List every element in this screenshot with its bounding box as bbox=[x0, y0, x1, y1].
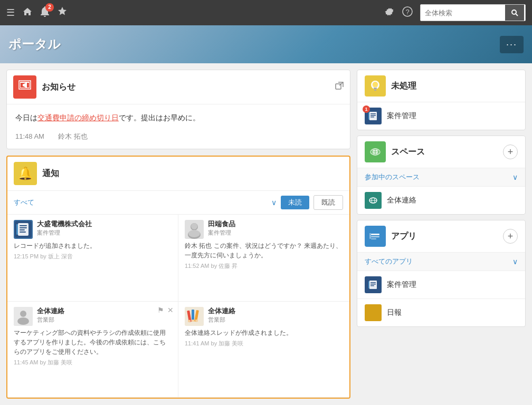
help-icon[interactable]: ? bbox=[402, 6, 413, 20]
unprocessed-title: 未処理 bbox=[391, 81, 518, 92]
notif-text-2: 鈴木 拓也 この案件、状況はどうですか？ 来週あたり、一度先方に伺いましょうか。 bbox=[185, 241, 343, 260]
svg-rect-63 bbox=[367, 307, 379, 319]
notif-text-4: 全体連絡スレッドが作成されました。 bbox=[185, 328, 343, 338]
notification-item-4[interactable]: 全体連絡 営業部 全体連絡スレッドが作成されました。 11:41 AM by 加… bbox=[178, 302, 349, 398]
notif-name-4: 全体連絡 bbox=[208, 307, 235, 316]
unprocessed-item-badge-1: 1 bbox=[363, 105, 370, 113]
notif-avatar-2 bbox=[185, 220, 204, 239]
apps-icon bbox=[365, 226, 386, 247]
spaces-item-1[interactable]: 全体連絡 bbox=[357, 187, 525, 214]
notif-sub-4: 営業部 bbox=[208, 316, 235, 324]
filter-arrow-icon[interactable]: ∨ bbox=[271, 198, 277, 207]
notif-name-1: 大盛電機株式会社 bbox=[37, 220, 92, 229]
apps-sub-header[interactable]: すべてのアプリ ∨ bbox=[357, 253, 525, 271]
spaces-arrow-icon: ∨ bbox=[512, 173, 518, 181]
apps-item-label-1: 案件管理 bbox=[387, 280, 416, 290]
spaces-sub-header[interactable]: 参加中のスペース ∨ bbox=[357, 168, 525, 187]
svg-rect-58 bbox=[369, 281, 377, 289]
notification-item-2[interactable]: 田端食品 案件管理 鈴木 拓也 この案件、状況はどうですか？ 来週あたり、一度先… bbox=[178, 215, 349, 301]
spaces-section: スペース + 参加中のスペース ∨ 全体連絡 bbox=[357, 136, 526, 215]
menu-icon[interactable]: ☰ bbox=[6, 7, 15, 18]
notif-close-icon[interactable]: ✕ bbox=[167, 306, 174, 314]
notification-header: 🔔 通知 bbox=[7, 157, 349, 191]
spaces-sub-title: 参加中のスペース bbox=[365, 172, 512, 182]
notification-item-3[interactable]: ⚑ ✕ 全体連絡 営業部 bbox=[7, 302, 178, 398]
announcement-meta: 11:48 AM 鈴木 拓也 bbox=[7, 128, 350, 149]
announcement-card: お知らせ 今日は交通費申請の締め切り日です。提出はお早めに。 11:48 AM … bbox=[6, 70, 350, 149]
unprocessed-section: 未処理 1 案件管理 bbox=[357, 70, 526, 130]
portal-header: ポータル ··· bbox=[0, 25, 532, 63]
svg-rect-61 bbox=[370, 285, 374, 286]
notification-card: 🔔 通知 すべて ∨ 未読 既読 bbox=[6, 156, 350, 399]
home-icon[interactable] bbox=[22, 7, 33, 19]
bell-badge: 2 bbox=[45, 3, 54, 12]
search-input[interactable] bbox=[421, 9, 505, 17]
spaces-item-icon-1 bbox=[365, 192, 382, 209]
apps-item-label-2: 日報 bbox=[387, 308, 402, 317]
top-navigation: ☰ 2 ? bbox=[0, 0, 532, 25]
notif-meta-4: 11:41 AM by 加藤 美咲 bbox=[185, 340, 343, 348]
spaces-add-button[interactable]: + bbox=[503, 144, 518, 159]
svg-point-19 bbox=[191, 223, 197, 229]
apps-section: アプリ + すべてのアプリ ∨ 案件管理 bbox=[357, 220, 526, 327]
notif-name-2: 田端食品 bbox=[208, 220, 235, 229]
bell-icon[interactable]: 2 bbox=[40, 6, 50, 20]
svg-rect-56 bbox=[369, 233, 371, 239]
notif-name-3: 全体連絡 bbox=[37, 307, 64, 316]
portal-title: ポータル bbox=[8, 36, 61, 53]
search-button[interactable] bbox=[505, 5, 524, 21]
svg-point-20 bbox=[188, 230, 200, 237]
search-box bbox=[420, 4, 526, 21]
svg-rect-36 bbox=[374, 88, 377, 89]
unprocessed-item-label-1: 案件管理 bbox=[387, 111, 416, 121]
main-content: お知らせ 今日は交通費申請の締め切り日です。提出はお早めに。 11:48 AM … bbox=[0, 63, 532, 405]
announcement-link-icon[interactable] bbox=[335, 82, 344, 92]
svg-rect-53 bbox=[371, 234, 379, 235]
apps-item-2[interactable]: 👍 日報 bbox=[357, 299, 525, 326]
notification-icon: 🔔 bbox=[14, 162, 37, 185]
apps-add-button[interactable]: + bbox=[503, 229, 518, 244]
svg-rect-14 bbox=[20, 232, 26, 233]
read-button[interactable]: 既読 bbox=[314, 195, 343, 210]
svg-rect-42 bbox=[370, 117, 374, 118]
svg-rect-59 bbox=[370, 282, 376, 283]
notification-title: 通知 bbox=[42, 168, 343, 179]
star-icon[interactable] bbox=[57, 6, 68, 19]
notification-filter: すべて ∨ 未読 既読 bbox=[7, 191, 349, 215]
svg-rect-41 bbox=[370, 115, 376, 116]
notif-text-3: マーケティング部への資料やチラシの作成依頼に使用するアプリを作りました。今後の作… bbox=[14, 328, 172, 356]
notif-avatar-1 bbox=[14, 220, 33, 239]
svg-rect-40 bbox=[370, 113, 376, 114]
unread-button[interactable]: 未読 bbox=[281, 196, 309, 209]
svg-rect-55 bbox=[371, 238, 376, 239]
spaces-icon bbox=[365, 141, 386, 162]
notif-meta-2: 11:52 AM by 佐藤 昇 bbox=[185, 262, 343, 270]
notif-sub-1: 案件管理 bbox=[37, 229, 92, 237]
notif-flag-icon[interactable]: ⚑ bbox=[157, 306, 164, 314]
announcement-title: お知らせ bbox=[42, 82, 330, 93]
gear-icon[interactable] bbox=[384, 6, 395, 20]
svg-rect-54 bbox=[371, 236, 379, 237]
announcement-body: 今日は交通費申請の締め切り日です。提出はお早めに。 bbox=[7, 104, 350, 128]
svg-rect-37 bbox=[374, 90, 376, 91]
notif-meta-1: 12:15 PM by 坂上 深音 bbox=[14, 253, 172, 261]
filter-all-label[interactable]: すべて bbox=[14, 198, 267, 207]
left-column: お知らせ 今日は交通費申請の締め切り日です。提出はお早めに。 11:48 AM … bbox=[6, 70, 350, 399]
right-column: 未処理 1 案件管理 bbox=[357, 70, 526, 399]
svg-rect-60 bbox=[370, 284, 376, 285]
svg-point-2 bbox=[512, 10, 516, 14]
svg-rect-11 bbox=[20, 225, 27, 226]
apps-arrow-icon: ∨ bbox=[512, 257, 518, 266]
unprocessed-header: 未処理 bbox=[357, 70, 525, 102]
apps-item-1[interactable]: 案件管理 bbox=[357, 271, 525, 299]
apps-header: アプリ + bbox=[357, 220, 525, 253]
portal-more-button[interactable]: ··· bbox=[500, 36, 524, 53]
spaces-header: スペース + bbox=[357, 136, 525, 168]
notification-item-1[interactable]: 大盛電機株式会社 案件管理 レコードが追加されました。 12:15 PM by … bbox=[7, 215, 178, 301]
unprocessed-icon bbox=[365, 75, 386, 97]
svg-rect-62 bbox=[368, 281, 369, 288]
svg-rect-15 bbox=[16, 224, 18, 235]
svg-point-23 bbox=[17, 317, 29, 325]
unprocessed-item-1[interactable]: 1 案件管理 bbox=[357, 102, 525, 130]
apps-item-icon-1 bbox=[365, 276, 382, 293]
